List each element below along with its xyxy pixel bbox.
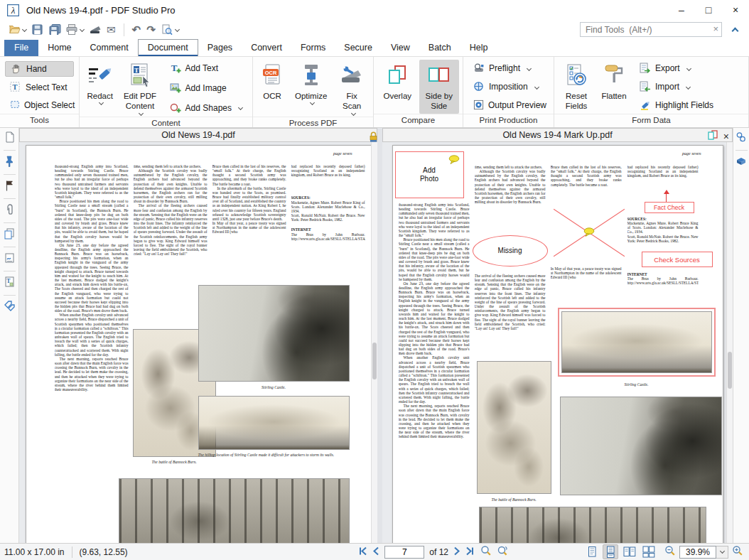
- deleted-content-x-annotation[interactable]: [546, 204, 632, 261]
- email-button[interactable]: ✉: [104, 23, 119, 36]
- ocr-button[interactable]: OCR OCR: [257, 60, 288, 117]
- comments-panel-icon[interactable]: [4, 176, 14, 197]
- scrollbar-thumb[interactable]: [728, 352, 732, 389]
- image-highlight-annotation[interactable]: [558, 308, 716, 377]
- collapse-ribbon-button[interactable]: [726, 22, 743, 37]
- add-image-button[interactable]: Add Image: [165, 81, 247, 95]
- tab-help[interactable]: Help: [460, 40, 497, 56]
- sync-lock-icon[interactable]: [368, 131, 379, 146]
- continuous-layout-button[interactable]: [603, 544, 618, 559]
- bookmarks-panel-icon[interactable]: [4, 152, 14, 173]
- overlay-compare-button[interactable]: Overlay: [377, 60, 418, 114]
- flatten-button[interactable]: Flatten: [596, 60, 632, 114]
- tab-comment[interactable]: Comment: [81, 40, 138, 56]
- zoom-out-button[interactable]: [664, 545, 676, 559]
- add-shapes-label: Add Shapes: [185, 103, 232, 113]
- preflight-button[interactable]: Preflight: [468, 61, 549, 75]
- pan-and-zoom-tool-icon[interactable]: [497, 545, 508, 559]
- tags-panel-icon[interactable]: [4, 297, 15, 317]
- single-page-layout-button[interactable]: [585, 545, 599, 559]
- missing-annotation[interactable]: Missing: [473, 235, 548, 266]
- minimize-button[interactable]: –: [668, 0, 695, 20]
- add-text-button[interactable]: T Add Text: [165, 61, 247, 75]
- next-page-button[interactable]: [453, 546, 460, 558]
- redo-button[interactable]: ↷: [144, 23, 158, 36]
- left-pane-scrollbar[interactable]: [371, 142, 377, 543]
- scrollbar-thumb[interactable]: [372, 343, 377, 379]
- compare-documents-icon[interactable]: [707, 129, 718, 143]
- attachments-panel-icon[interactable]: [5, 200, 14, 221]
- close-button[interactable]: ×: [722, 0, 749, 20]
- zoom-dropdown-button[interactable]: [716, 546, 728, 559]
- tab-pages[interactable]: Pages: [198, 40, 242, 56]
- select-text-button[interactable]: T Select Text: [5, 80, 74, 95]
- right-pane-viewport[interactable]: page seven Add Photo thousand-strong Eng…: [382, 142, 733, 543]
- save-button[interactable]: [29, 23, 46, 37]
- overlay-compare-icon: [387, 62, 408, 89]
- pane-divider[interactable]: [377, 128, 382, 543]
- edit-pdf-content-button[interactable]: T Edit PDF Content: [118, 60, 161, 117]
- sticky-note-icon[interactable]: [448, 154, 460, 167]
- hand-icon: [11, 63, 22, 75]
- svg-text:OCR: OCR: [265, 70, 277, 76]
- undo-button[interactable]: ↶: [129, 23, 144, 36]
- import-form-data-button[interactable]: Import: [635, 80, 743, 94]
- output-preview-button[interactable]: Output Preview: [468, 98, 549, 112]
- sticky-note-icon[interactable]: [583, 227, 595, 239]
- tab-file[interactable]: File: [4, 40, 38, 56]
- panel-bar-separator: [4, 174, 16, 175]
- right-pane-scrollbar[interactable]: [726, 142, 733, 543]
- optimize-icon: [300, 62, 323, 89]
- battle-drawing-image: [477, 361, 551, 494]
- last-page-button[interactable]: [465, 546, 475, 558]
- zoom-level-value[interactable]: 39.9%: [679, 546, 716, 559]
- links-panel-icon[interactable]: [735, 128, 747, 149]
- tab-secure[interactable]: Secure: [335, 40, 382, 56]
- add-photo-annotation[interactable]: Add Photo: [395, 151, 464, 198]
- close-pane-icon[interactable]: ×: [723, 131, 729, 142]
- find-tools-input[interactable]: [580, 22, 722, 37]
- add-shapes-button[interactable]: Add Shapes: [165, 101, 247, 115]
- highlight-fields-button[interactable]: Highlight Fields: [635, 98, 743, 112]
- open-button[interactable]: [6, 23, 29, 37]
- zoom-in-button[interactable]: [732, 545, 743, 559]
- left-pane-viewport[interactable]: page seven thousand-strong English army …: [19, 142, 377, 543]
- right-document-title: Old News 19-4 Mark Up.pdf: [502, 130, 612, 140]
- check-sources-annotation[interactable]: Check Sources: [642, 252, 713, 267]
- spears-battle-image: [479, 507, 706, 543]
- optimize-button[interactable]: Optimize: [289, 60, 333, 117]
- clear-search-icon[interactable]: ×: [713, 23, 718, 34]
- imposition-button[interactable]: Imposition: [468, 80, 549, 94]
- tab-document[interactable]: Document: [138, 39, 198, 56]
- side-by-side-button[interactable]: Side by Side: [419, 60, 460, 114]
- signatures-panel-icon[interactable]: [4, 249, 15, 269]
- print-button[interactable]: [63, 23, 87, 37]
- loupe-tool-icon[interactable]: [480, 545, 492, 559]
- tab-view[interactable]: View: [382, 40, 419, 56]
- destinations-panel-icon[interactable]: [4, 225, 15, 245]
- redact-button[interactable]: Redact: [83, 60, 117, 117]
- fix-scan-button[interactable]: Fix Scan: [334, 60, 370, 117]
- tab-home[interactable]: Home: [38, 40, 80, 56]
- page-number-input[interactable]: [384, 546, 424, 559]
- tab-convert[interactable]: Convert: [242, 40, 291, 56]
- save-all-button[interactable]: [46, 23, 63, 37]
- reset-fields-button[interactable]: Reset Fields: [558, 60, 595, 114]
- tab-batch[interactable]: Batch: [419, 40, 460, 56]
- facing-continuous-layout-button[interactable]: [641, 545, 657, 559]
- snapshot-button[interactable]: [158, 23, 182, 37]
- pan-zoom-panel-icon[interactable]: [735, 152, 747, 172]
- tab-forms[interactable]: Forms: [291, 40, 335, 56]
- layers-panel-icon[interactable]: T: [4, 273, 15, 294]
- maximize-button[interactable]: □: [695, 0, 722, 20]
- hand-tool-button[interactable]: Hand: [5, 61, 74, 77]
- facing-pages-layout-button[interactable]: [622, 545, 637, 559]
- object-select-button[interactable]: Object Select: [5, 98, 74, 112]
- first-page-button[interactable]: [357, 546, 367, 558]
- flatten-label: Flatten: [601, 91, 626, 101]
- previous-page-button[interactable]: [372, 546, 379, 558]
- fact-check-annotation[interactable]: Fact Check: [645, 202, 694, 213]
- thumbnails-panel-icon[interactable]: [4, 128, 15, 149]
- export-form-data-button[interactable]: Export: [635, 61, 743, 75]
- scan-button[interactable]: [87, 23, 104, 37]
